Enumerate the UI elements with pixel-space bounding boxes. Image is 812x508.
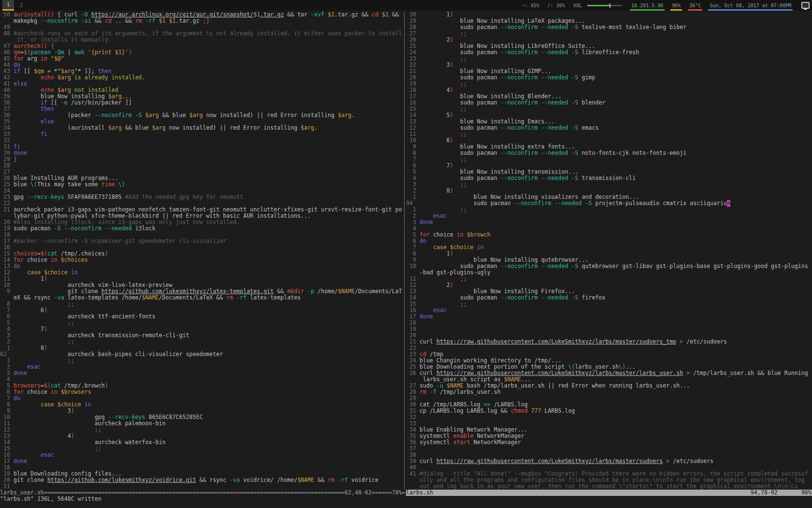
code-token: ) bbox=[71, 433, 74, 439]
system-tray-display-icon[interactable] bbox=[801, 2, 810, 9]
code-token bbox=[61, 225, 64, 232]
code-token: blue Now installing visualizers and deco… bbox=[420, 194, 639, 200]
code-token: browsers bbox=[14, 383, 41, 389]
code-token: " bbox=[74, 68, 78, 75]
code-token: ;; bbox=[68, 301, 74, 307]
pane-separator-and-line-number: | 22 bbox=[403, 62, 420, 68]
code-row: | 29 blue Now installing LaTeX packages.… bbox=[403, 18, 812, 24]
line-number: 46 bbox=[0, 49, 14, 56]
code-token: NetworkManager bbox=[474, 433, 524, 439]
code-token: ) bbox=[450, 62, 453, 68]
pane-separator-and-line-number: | 9 bbox=[403, 144, 420, 150]
code-token: && tar bbox=[284, 12, 311, 18]
code-token: do bbox=[14, 395, 20, 402]
code-token: ;; bbox=[95, 446, 102, 452]
code-row: 13 do bbox=[0, 263, 403, 269]
code-token: -va bbox=[54, 295, 64, 301]
code-token: makepkg bbox=[14, 18, 41, 24]
line-number: 32 bbox=[0, 137, 14, 144]
code-token: choice bbox=[24, 389, 51, 395]
code-token: $( bbox=[44, 383, 51, 389]
code-token: 8 bbox=[420, 188, 450, 194]
code-token: choice bbox=[24, 257, 51, 263]
pane-separator-and-line-number: | 7 bbox=[403, 156, 420, 163]
code-token bbox=[420, 56, 460, 62]
line-number: 34 bbox=[0, 125, 14, 131]
line-number: 6 bbox=[0, 314, 14, 320]
editor-pane-left[interactable]: 50 aurinstall() { curl -O https://aur.ar… bbox=[0, 12, 403, 490]
code-token: ) bbox=[129, 49, 132, 56]
code-row: 15 choices=$(cat /tmp/.choices) bbox=[0, 251, 403, 257]
code-token: $qm bbox=[34, 68, 44, 75]
code-row: 1 8) bbox=[0, 345, 403, 351]
code-token bbox=[14, 452, 41, 458]
code-token: ) bbox=[450, 112, 453, 119]
code-token bbox=[551, 200, 555, 207]
code-token bbox=[378, 12, 382, 18]
code-row: it, or installs it manually. bbox=[0, 37, 403, 43]
line-number: 23 bbox=[0, 194, 14, 200]
code-token: -rf bbox=[338, 477, 348, 483]
code-token: -p bbox=[307, 288, 314, 295]
code-token: " bbox=[58, 68, 61, 75]
code-token: (aurinstall bbox=[14, 125, 108, 131]
code-row: | 32 bbox=[403, 414, 812, 420]
code-token: /Documents/LaT bbox=[355, 288, 402, 295]
code-token: $arg bbox=[108, 93, 122, 100]
code-row: 29 } bbox=[0, 156, 403, 163]
code-token: now installed) || red Error installing bbox=[166, 125, 301, 131]
line-number: 5 bbox=[0, 383, 14, 389]
line-number: 10 bbox=[0, 282, 14, 288]
code-row: 11 1) bbox=[0, 276, 403, 282]
code-row: | 13 blue Now installing Emacs... bbox=[403, 119, 812, 125]
code-token: $browsers bbox=[61, 389, 91, 395]
code-row: | 10 sudo pacman --noconfirm --needed -S… bbox=[403, 263, 812, 269]
code-row: 25 blue \(This may take some time.\) bbox=[0, 181, 403, 188]
code-token: -S bbox=[572, 150, 579, 156]
pane-separator-and-line-number: | 7 bbox=[403, 244, 420, 251]
code-token bbox=[568, 150, 572, 156]
code-row: | 21 curl https://raw.githubusercontent.… bbox=[403, 339, 812, 345]
code-token: qm bbox=[14, 49, 20, 56]
workspace-button-2[interactable]: 2 bbox=[17, 0, 25, 11]
code-token bbox=[420, 81, 460, 87]
code-row: 35 else bbox=[0, 119, 403, 125]
code-row: 5 browsers=$(cat /tmp/.browch) bbox=[0, 383, 403, 389]
code-token bbox=[47, 43, 51, 49]
line-number: 62 bbox=[0, 351, 14, 358]
code-token bbox=[88, 12, 91, 18]
volume-slider[interactable] bbox=[587, 0, 622, 11]
code-row: | 5 for choice in $browch bbox=[403, 232, 812, 238]
code-row: 10 aurcheck vim-live-latex-preview bbox=[0, 282, 403, 288]
code-token: systemctl bbox=[420, 439, 453, 446]
code-row: | 7 case $choice in bbox=[403, 244, 812, 251]
code-token: 3 bbox=[420, 62, 450, 68]
code-token: aurcheck ttf-ancient-fonts bbox=[14, 314, 156, 320]
code-row: | 2 8) bbox=[403, 188, 812, 194]
code-token: then bbox=[41, 106, 54, 112]
code-token: echo bbox=[41, 87, 54, 93]
code-token: $1 bbox=[253, 12, 260, 18]
code-token: blue Now installing transmission... bbox=[420, 169, 579, 175]
code-token: --noconfirm bbox=[501, 75, 538, 81]
code-token: && rsync bbox=[196, 477, 230, 483]
code-token: ... bbox=[625, 364, 636, 370]
code-token: $1 bbox=[169, 18, 176, 24]
pane-separator-and-line-number: | 29 bbox=[403, 18, 420, 24]
line-number: 41 bbox=[0, 81, 14, 87]
code-token: --recv-keys bbox=[27, 194, 64, 200]
workspace-button-1[interactable]: 1 bbox=[2, 0, 14, 11]
code-token: enable bbox=[453, 433, 474, 439]
pane-separator-and-line-number: | 5 bbox=[403, 169, 420, 175]
code-row: 34 (aurinstall $arg && blue $arg now ins… bbox=[0, 125, 403, 131]
code-row: 14 aurcheck waterfox-bin bbox=[0, 439, 403, 446]
code-token: .tar.gz bbox=[176, 18, 203, 24]
line-number: 29 bbox=[0, 156, 14, 163]
code-row: | 8 1) bbox=[403, 251, 812, 257]
line-number: 44 bbox=[0, 62, 14, 68]
code-token: esac bbox=[433, 307, 447, 314]
editor-pane-right[interactable]: | 30 1)| 29 blue Now installing LaTeX pa… bbox=[403, 12, 812, 490]
pane-separator-and-line-number: | 10 bbox=[403, 137, 420, 144]
line-number: 43 bbox=[0, 68, 14, 75]
code-token: ) bbox=[450, 163, 453, 169]
